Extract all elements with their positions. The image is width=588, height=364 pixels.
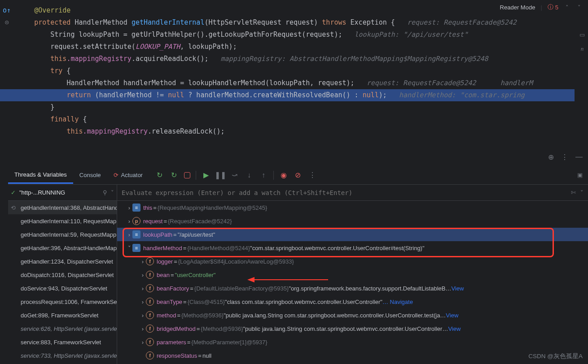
stack-frame[interactable]: processRequest:1006, FrameworkServlet (8, 295, 117, 308)
expand-icon[interactable]: › (140, 339, 146, 346)
more-icon[interactable]: ⋮ (561, 153, 568, 161)
stack-frame[interactable]: service:626, HttpServlet (javax.servlet.… (8, 322, 117, 335)
variable-bean[interactable]: › bean = "userController" (117, 268, 588, 282)
expand-icon[interactable]: › (126, 204, 132, 211)
stack-frame[interactable]: service:883, FrameworkServlet (8, 335, 117, 349)
expand-icon (140, 352, 146, 359)
stack-frame[interactable]: getHandlerInternal:59, RequestMappingHan… (8, 228, 117, 241)
right-rail-icon-1[interactable]: ▭ (579, 31, 585, 38)
watermark: CSDN @灰色孤星A (528, 352, 583, 360)
stack-frame[interactable]: doDispatch:1016, DispatcherServlet (8, 268, 117, 282)
field-icon (146, 284, 154, 292)
evaluate-expression-input[interactable] (122, 189, 571, 196)
expand-icon[interactable]: › (140, 325, 146, 332)
resume-button[interactable]: ▶ (202, 171, 211, 180)
stack-frame[interactable]: getHandler:396, AbstractHandlerMapping (8, 241, 117, 255)
field-icon (146, 271, 154, 279)
stack-frame[interactable]: doService:943, DispatcherServlet (8, 282, 117, 295)
target-icon[interactable]: ⊕ (548, 153, 554, 161)
filter-icon[interactable]: ⚲ (103, 189, 107, 196)
expand-icon[interactable]: › (140, 299, 146, 305)
variable-handlermethod[interactable]: ˅ handlerMethod = {HandlerMethod@5244} "… (117, 241, 588, 255)
drop-frame-icon[interactable]: ⟲ (11, 204, 16, 211)
expand-icon[interactable]: › (126, 218, 132, 225)
variable-beantype[interactable]: › beanType = {Class@4515} "class com.sta… (117, 295, 588, 308)
tab-console[interactable]: Console (73, 167, 107, 183)
field-icon (146, 257, 154, 265)
thread-label[interactable]: "http-...RUNNING (19, 189, 99, 196)
view-link[interactable]: View (451, 285, 464, 292)
callstack-panel: ⟲getHandlerInternal:368, AbstractHandler… (8, 201, 117, 364)
expand-eval-icon[interactable]: ˅ (580, 189, 584, 196)
variable-logger[interactable]: › logger = {LogAdapter$Slf4jLocationAwar… (117, 255, 588, 268)
debug-tabs-bar: Threads & Variables Console ⟳ Actuator ↻… (8, 166, 588, 185)
step-over-button[interactable]: ⤻ (230, 171, 239, 180)
actuator-icon: ⟳ (114, 172, 118, 178)
variable-method[interactable]: › method = {Method@5936} "public java.la… (117, 308, 588, 322)
stack-frame[interactable]: doGet:898, FrameworkServlet (8, 308, 117, 322)
variable-request[interactable]: › request = {RequestFacade@5242} (117, 214, 588, 228)
field-icon (146, 338, 154, 346)
field-icon (146, 351, 154, 360)
variable-lookuppath[interactable]: › lookupPath = "/api/user/test" (117, 228, 588, 241)
expand-icon[interactable]: › (140, 312, 146, 319)
view-link[interactable]: View (446, 312, 458, 319)
expand-icon[interactable]: › (126, 231, 132, 238)
layout-settings-button[interactable]: ▣ (577, 172, 583, 178)
mute-breakpoints-button[interactable]: ⊘ (294, 171, 303, 180)
tab-actuator[interactable]: ⟳ Actuator (107, 167, 149, 183)
variables-panel: › this = {RequestMappingHandlerMapping@5… (117, 201, 588, 364)
pause-button[interactable]: ❚❚ (216, 171, 225, 180)
thread-running-icon: ✓ (11, 189, 16, 196)
variable-bridgedmethod[interactable]: › bridgedMethod = {Method@5936} "public … (117, 322, 588, 335)
variable-parameters[interactable]: › parameters = {MethodParameter[1]@5937} (117, 335, 588, 349)
navigate-link[interactable]: … Navigate (382, 299, 413, 305)
view-breakpoints-button[interactable]: ◉ (279, 171, 288, 180)
right-rail-icon-2[interactable]: n (581, 45, 584, 52)
field-icon (146, 325, 154, 333)
variable-this[interactable]: › this = {RequestMappingHandlerMapping@5… (117, 201, 588, 214)
variable-beanfactory[interactable]: › beanFactory = {DefaultListableBeanFact… (117, 282, 588, 295)
expand-icon[interactable]: › (140, 272, 146, 278)
step-into-button[interactable]: ↓ (245, 171, 254, 180)
field-icon (146, 298, 154, 306)
current-execution-line: return (handlerMethod != null ? handlerM… (0, 89, 575, 101)
object-icon (132, 244, 140, 252)
stop-button[interactable] (184, 172, 190, 178)
override-gutter-icon[interactable]: o↑ (3, 4, 11, 17)
collapse-icon[interactable]: ˅ (126, 245, 132, 251)
stack-frame[interactable]: service:733, HttpServlet (javax.servlet.… (8, 349, 117, 362)
minimize-icon[interactable]: — (575, 153, 583, 161)
expand-icon[interactable]: › (140, 285, 146, 292)
more-debug-button[interactable]: ⋮ (308, 171, 317, 180)
stack-frame[interactable]: getHandler:1234, DispatcherServlet (8, 255, 117, 268)
object-icon (132, 204, 140, 212)
stack-frame[interactable]: getHandlerInternal:110, RequestMappingIn… (8, 214, 117, 228)
code-editor[interactable]: o↑ @Override ⊙ protected HandlerMethod g… (0, 4, 575, 143)
expand-icon[interactable]: › (140, 258, 146, 265)
rerun-button[interactable]: ↻ (155, 171, 164, 180)
object-icon (132, 230, 140, 238)
thread-dropdown-icon[interactable]: ˅ (111, 189, 114, 196)
breakpoint-gutter-icon[interactable]: ⊙ (3, 17, 11, 29)
field-icon (146, 311, 154, 319)
parameter-icon (132, 217, 140, 225)
view-link[interactable]: View (448, 325, 461, 332)
variable-responsestatus[interactable]: responseStatus = null (117, 349, 588, 362)
stack-frame[interactable]: ⟲getHandlerInternal:368, AbstractHandler… (8, 201, 117, 214)
tab-threads-variables[interactable]: Threads & Variables (8, 167, 73, 184)
rerun-test-button[interactable]: ↻ (170, 171, 179, 180)
scissors-icon[interactable]: ✄ (571, 189, 576, 196)
step-out-button[interactable]: ↑ (259, 171, 268, 180)
